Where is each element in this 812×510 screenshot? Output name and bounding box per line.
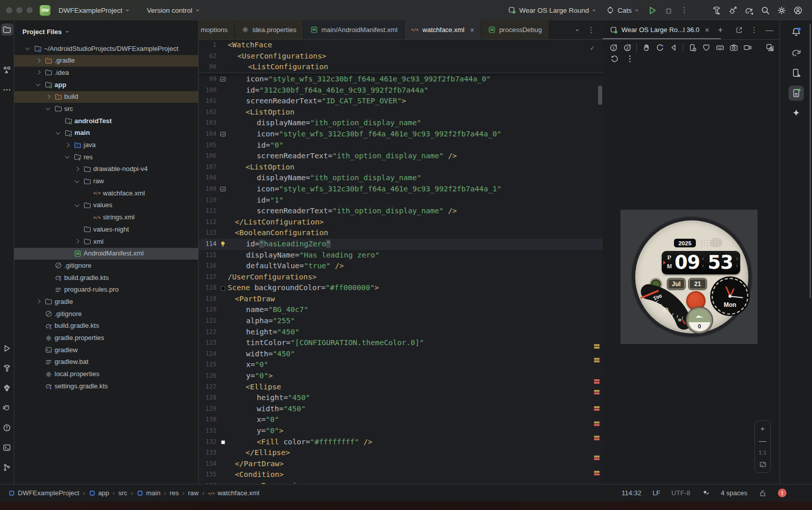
profiler-button[interactable] bbox=[725, 3, 740, 17]
code-line[interactable]: 116defaultValue="true" /> bbox=[199, 261, 603, 272]
breadcrumb-item-src[interactable]: src bbox=[118, 489, 127, 497]
search-button[interactable] bbox=[758, 3, 772, 17]
code-line[interactable]: 130x="0" bbox=[199, 414, 603, 426]
tree-item-xml[interactable]: xml bbox=[14, 236, 199, 248]
back-icon[interactable] bbox=[669, 43, 678, 52]
tree-item-gradle-properties[interactable]: gradle.properties bbox=[14, 332, 199, 345]
panel-options-icon[interactable]: ⋮ bbox=[750, 25, 759, 35]
gemini-sparkle-icon[interactable] bbox=[789, 106, 804, 121]
code-line[interactable]: 108displayName="ith_option_display_name" bbox=[199, 173, 603, 184]
code-line[interactable]: 115displayName="Has leading zero" bbox=[199, 250, 603, 261]
caret-position[interactable]: 114:32 bbox=[621, 489, 641, 497]
error-stripe-mark[interactable] bbox=[594, 471, 600, 476]
code-line[interactable]: 127<Ellipse bbox=[199, 382, 603, 393]
swatch-black-icon[interactable] bbox=[218, 282, 228, 294]
gradle-sync-button[interactable] bbox=[742, 3, 756, 17]
line-ending[interactable]: LF bbox=[653, 489, 660, 497]
code-line[interactable]: 99icon="style_wfs_312c30bf_f64a_461e_9c9… bbox=[199, 74, 603, 85]
code-line[interactable]: 126y="0"> bbox=[199, 371, 603, 382]
run-button[interactable] bbox=[645, 3, 659, 17]
button1-icon[interactable]: 1 bbox=[609, 43, 618, 52]
tree-item-proguard-rules-pro[interactable]: proguard-rules.pro bbox=[14, 284, 199, 296]
running-devices-icon[interactable] bbox=[789, 86, 804, 101]
code-line[interactable]: 113<BooleanConfiguration bbox=[199, 228, 603, 239]
chevron-expanded-icon[interactable] bbox=[74, 178, 79, 183]
code-line[interactable]: 106screenReaderText="ith_option_display_… bbox=[199, 151, 603, 162]
tree-item-watchface-xml[interactable]: </>watchface.xml bbox=[14, 187, 199, 200]
code-line[interactable]: 129width="450" bbox=[199, 404, 603, 415]
debug-button[interactable] bbox=[661, 3, 675, 17]
code-line[interactable]: 1<WatchFace bbox=[199, 40, 603, 51]
tree-item-androidtest[interactable]: androidTest bbox=[14, 115, 199, 127]
error-indicator[interactable]: ! bbox=[778, 489, 787, 497]
breadcrumb-item-raw[interactable]: raw bbox=[188, 489, 199, 497]
tree-item-raw[interactable]: raw bbox=[14, 176, 199, 188]
device-selector[interactable]: Wear OS Large Round bbox=[504, 4, 600, 16]
account-button[interactable] bbox=[791, 3, 805, 17]
zoom-in-button[interactable]: + bbox=[761, 425, 765, 432]
chevron-expanded-icon[interactable] bbox=[36, 82, 40, 87]
heart-icon[interactable] bbox=[701, 43, 711, 52]
image-icon[interactable] bbox=[218, 184, 228, 195]
chevron-expanded-icon[interactable] bbox=[25, 45, 30, 50]
terminal-icon[interactable] bbox=[1, 441, 13, 454]
tree-item-drawable-nodpi-v4[interactable]: drawable-nodpi-v4 bbox=[14, 163, 199, 176]
error-stripe-mark[interactable] bbox=[594, 358, 600, 363]
error-stripe-mark[interactable] bbox=[594, 436, 600, 441]
ai-assist-icon[interactable] bbox=[701, 489, 710, 497]
code-line[interactable]: 111screenReaderText="ith_option_display_… bbox=[199, 206, 603, 217]
tree-item-values-night[interactable]: values-night bbox=[14, 223, 199, 236]
code-line[interactable]: 131y="0"> bbox=[199, 426, 603, 437]
logcat-cat-icon[interactable] bbox=[1, 402, 13, 414]
build-hammer-icon[interactable] bbox=[1, 362, 13, 374]
code-line[interactable]: 132<Fill color="#ffffffff" /> bbox=[199, 437, 603, 448]
code-line[interactable]: 117/UserConfigurations> bbox=[199, 272, 603, 283]
code-line[interactable]: 114id="hasLeadingZero" bbox=[199, 239, 603, 250]
error-stripe-mark[interactable] bbox=[594, 421, 600, 427]
tree-item-local-properties[interactable]: local.properties bbox=[14, 369, 199, 381]
tree-item-idea[interactable]: .idea bbox=[14, 67, 199, 79]
chevron-collapsed-icon[interactable] bbox=[74, 166, 79, 171]
reset-icon[interactable] bbox=[610, 54, 619, 63]
settings-button[interactable] bbox=[774, 3, 789, 17]
gem-icon[interactable] bbox=[1, 382, 13, 394]
add-device-tab-icon[interactable]: + bbox=[718, 25, 723, 35]
structure-icon[interactable] bbox=[1, 64, 13, 76]
tree-item-gradlew[interactable]: gradlew bbox=[14, 344, 199, 356]
bulb-icon[interactable] bbox=[218, 239, 228, 250]
tree-item-strings-xml[interactable]: </>strings.xml bbox=[14, 212, 199, 224]
code-line[interactable]: 121alpha="255" bbox=[199, 316, 603, 327]
project-selector[interactable]: DWFExampleProject bbox=[55, 5, 133, 16]
tree-item-gradle[interactable]: .gradle bbox=[14, 55, 199, 67]
tree-item-gitignore[interactable]: .gitignore bbox=[14, 308, 199, 320]
breadcrumb-item-main[interactable]: main bbox=[137, 489, 160, 497]
rotate-icon[interactable] bbox=[655, 43, 664, 52]
code-line[interactable]: 103displayName="ith_option_display_name" bbox=[199, 118, 603, 129]
code-line[interactable]: 135<Condition> bbox=[199, 469, 603, 480]
tab-main-androidmanifest-xml[interactable]: Mmain/AndroidManifest.xml bbox=[304, 20, 405, 39]
chevron-collapsed-icon[interactable] bbox=[65, 143, 69, 147]
tree-item-values[interactable]: values bbox=[14, 200, 199, 212]
code-line[interactable]: 124width="450" bbox=[199, 349, 603, 360]
code-editor[interactable]: 99icon="style_wfs_312c30bf_f64a_461e_9c9… bbox=[199, 40, 603, 484]
error-stripe-mark[interactable] bbox=[594, 390, 600, 395]
code-line[interactable]: 118Scene backgroundColor="#ff000000"> bbox=[199, 282, 603, 294]
tree-item-settings-gradle-kts[interactable]: settings.gradle.kts bbox=[14, 380, 199, 392]
more-run-actions-button[interactable]: ⋮ bbox=[678, 3, 692, 17]
build-button[interactable] bbox=[709, 3, 723, 17]
tree-item-src[interactable]: src bbox=[14, 103, 199, 115]
code-line[interactable]: 102<ListOption bbox=[199, 107, 603, 118]
code-line[interactable]: 123tintColor="[CONFIGURATION.themeColor.… bbox=[199, 337, 603, 349]
chevron-expanded-icon[interactable] bbox=[45, 106, 50, 110]
chevron-collapsed-icon[interactable] bbox=[36, 70, 40, 75]
tab-list-chevron-icon[interactable] bbox=[575, 28, 579, 32]
error-stripe-mark[interactable] bbox=[594, 379, 600, 384]
tree-item-build[interactable]: build bbox=[14, 91, 199, 103]
code-line[interactable]: 110id="1" bbox=[199, 195, 603, 206]
tab-watchface-xml[interactable]: </>watchface.xml× bbox=[404, 20, 481, 39]
tree-item-androidmanifest-xml[interactable]: MAndroidManifest.xml bbox=[14, 248, 199, 260]
run-icon[interactable] bbox=[1, 342, 13, 354]
keyboard-icon[interactable] bbox=[715, 43, 724, 52]
window-controls[interactable] bbox=[6, 7, 33, 13]
close-device-tab-icon[interactable]: × bbox=[705, 26, 709, 34]
